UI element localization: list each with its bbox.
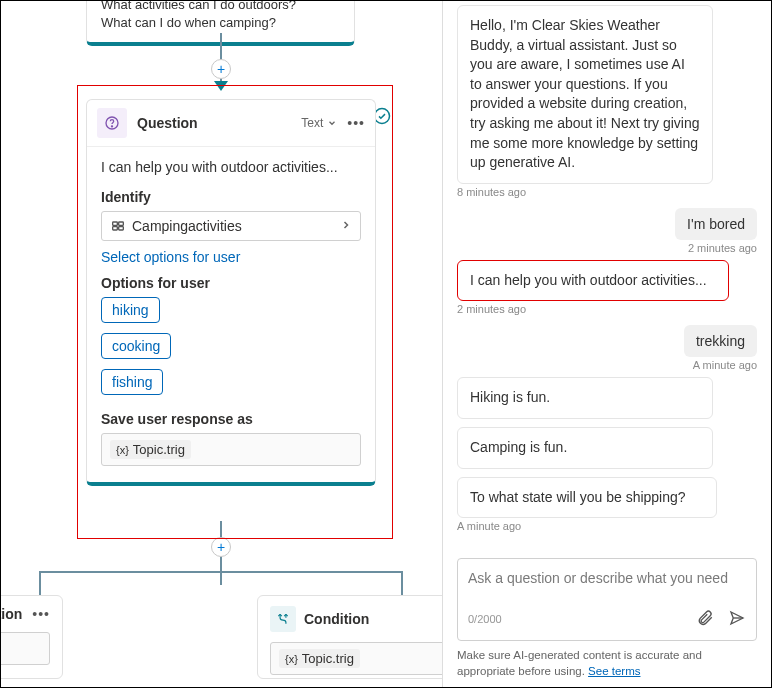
variable-name: Topic.trig xyxy=(302,651,354,666)
variable-name: Topic.trig xyxy=(133,442,185,457)
timestamp: 2 minutes ago xyxy=(457,303,757,315)
condition-node[interactable]: Condition {x} Topic.trig xyxy=(257,595,442,679)
composer-placeholder: Ask a question or describe what you need xyxy=(468,569,746,599)
char-counter: 0/2000 xyxy=(468,613,502,625)
identify-value: Campingactivities xyxy=(132,218,340,234)
timestamp: A minute ago xyxy=(693,359,757,371)
timestamp: 8 minutes ago xyxy=(457,186,757,198)
add-node-button[interactable]: + xyxy=(211,537,231,557)
ai-disclaimer: Make sure AI-generated content is accura… xyxy=(457,647,757,679)
bot-message-highlighted: I can help you with outdoor activities..… xyxy=(457,260,729,302)
connector-line xyxy=(39,571,403,573)
more-menu-button[interactable]: ••• xyxy=(32,606,50,622)
trigger-line: What can I do when camping? xyxy=(101,14,340,32)
svg-rect-6 xyxy=(119,227,124,230)
variable-pill: {x} Topic.trig xyxy=(279,649,360,668)
save-label: Save user response as xyxy=(101,411,361,427)
identify-label: Identify xyxy=(101,189,361,205)
trigger-line: What activities can I do outdoors? xyxy=(101,1,340,14)
chat-panel: Hello, I'm Clear Skies Weather Buddy, a … xyxy=(442,1,771,687)
question-title: Question xyxy=(137,115,301,131)
option-chip[interactable]: hiking xyxy=(101,297,160,323)
option-chip[interactable]: fishing xyxy=(101,369,163,395)
timestamp: A minute ago xyxy=(457,520,757,532)
options-label: Options for user xyxy=(101,275,361,291)
bot-message: Hiking is fun. xyxy=(457,377,713,419)
variable-input[interactable]: rig xyxy=(1,632,50,665)
svg-rect-5 xyxy=(113,227,118,230)
bot-message: Hello, I'm Clear Skies Weather Buddy, a … xyxy=(457,5,713,184)
attachment-icon[interactable] xyxy=(696,609,714,630)
add-node-button[interactable]: + xyxy=(211,59,231,79)
variable-icon: {x} xyxy=(285,653,298,665)
question-header: Question Text ••• xyxy=(87,100,375,147)
condition-title: Condition xyxy=(304,611,442,627)
svg-point-0 xyxy=(375,109,390,124)
variable-pill: {x} Topic.trig xyxy=(110,440,191,459)
variable-input[interactable]: {x} Topic.trig xyxy=(270,642,442,675)
svg-rect-4 xyxy=(119,222,124,225)
see-terms-link[interactable]: See terms xyxy=(588,665,640,677)
identify-selector[interactable]: Campingactivities xyxy=(101,211,361,241)
question-node[interactable]: Question Text ••• I can help you with ou… xyxy=(86,99,376,486)
condition-node[interactable]: tion ••• rig xyxy=(1,595,63,679)
branch-icon xyxy=(270,606,296,632)
timestamp: 2 minutes ago xyxy=(688,242,757,254)
condition-title: tion xyxy=(1,606,22,622)
svg-rect-3 xyxy=(113,222,118,225)
bot-message: Camping is fun. xyxy=(457,427,713,469)
connector-line xyxy=(401,571,403,597)
chevron-down-icon[interactable] xyxy=(327,115,337,131)
bot-message: To what state will you be shipping? xyxy=(457,477,717,519)
question-icon xyxy=(97,108,127,138)
chevron-right-icon xyxy=(340,218,352,234)
user-message: trekking xyxy=(684,325,757,357)
select-options-link[interactable]: Select options for user xyxy=(101,249,361,265)
chat-composer[interactable]: Ask a question or describe what you need… xyxy=(457,558,757,641)
variable-input[interactable]: {x} Topic.trig xyxy=(101,433,361,466)
variable-icon: {x} xyxy=(116,444,129,456)
connector-line xyxy=(39,571,41,597)
entity-icon xyxy=(110,218,126,234)
arrow-down-icon xyxy=(214,81,228,91)
svg-point-2 xyxy=(111,126,112,127)
question-type: Text xyxy=(301,116,323,130)
flow-canvas: What activities can I do outdoors? What … xyxy=(1,1,442,687)
more-menu-button[interactable]: ••• xyxy=(347,115,365,131)
send-icon[interactable] xyxy=(728,609,746,630)
user-message: I'm bored xyxy=(675,208,757,240)
option-chip[interactable]: cooking xyxy=(101,333,171,359)
question-message[interactable]: I can help you with outdoor activities..… xyxy=(101,159,361,175)
